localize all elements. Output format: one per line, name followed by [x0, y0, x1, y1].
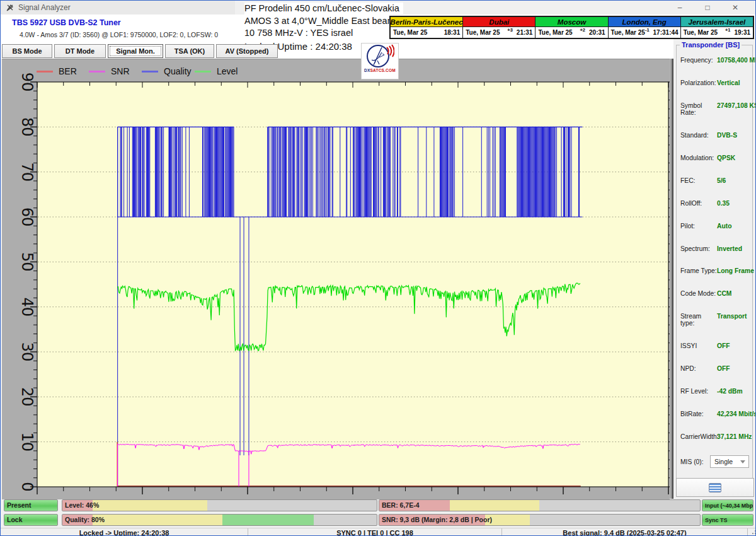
transponder-row: Modulation:QPSK — [680, 154, 750, 161]
transponder-row-label: BitRate: — [680, 411, 717, 417]
close-icon[interactable]: ✕ — [721, 1, 749, 15]
maximize-icon[interactable]: □ — [694, 1, 721, 15]
transponder-panel: Transponder [BS] Frequency:10758,400 MHz… — [673, 38, 756, 528]
svg-text:70: 70 — [18, 162, 36, 182]
transponder-row-label: Symbol Rate: — [680, 102, 717, 116]
tab-tsa-ok-[interactable]: TSA (OK) — [165, 44, 214, 58]
clock-time-row: Tue, Mar 25-117:31:44 — [609, 27, 680, 38]
svg-text:30: 30 — [18, 342, 36, 362]
svg-text:0: 0 — [18, 482, 36, 491]
clock-utc-offset: +2 — [580, 27, 585, 33]
clock-utc-offset: -1 — [645, 27, 650, 33]
transponder-row-label: Modulation: — [680, 154, 717, 161]
transponder-row-label: Frame Type: — [680, 267, 717, 274]
clock-date: Tue, Mar 25 — [466, 29, 500, 36]
gauge-zone — [93, 500, 207, 511]
transponder-row-label: Frequency: — [680, 57, 717, 64]
clock-london-eng: London, EngTue, Mar 25-117:31:44 — [609, 17, 681, 38]
transponder-row-label: RollOff: — [680, 200, 717, 207]
transponder-row-value: 10758,400 MHz — [717, 57, 756, 64]
app-satellite-icon — [6, 3, 14, 12]
tab-dt-mode[interactable]: DT Mode — [54, 44, 106, 58]
level-gauge: Level: 46% — [62, 499, 377, 511]
minimize-icon[interactable]: – — [666, 1, 694, 15]
transponder-row: Symbol Rate:27497,108 KS/s — [680, 102, 750, 116]
transponder-row-value: 37,121 MHz — [717, 433, 752, 440]
transponder-row-value: 42,234 Mbit/s — [717, 411, 756, 417]
legend-line-swatch — [142, 71, 158, 73]
transponder-row-value: Long Frame — [717, 267, 754, 274]
mode-tabs: BS ModeDT ModeSignal Mon.TSA (OK)AV (Sto… — [2, 44, 278, 59]
statusbar-best-signal: Best signal: 9,4 dB (2025-03-25 02:47) — [502, 528, 748, 536]
clock-time-row: Tue, Mar 2518:31 — [391, 27, 462, 38]
transponder-row-value: 5/6 — [717, 177, 726, 184]
clock-time: 17:31:44 — [653, 29, 679, 36]
transponder-row-label: CarrierWidth: — [680, 433, 717, 440]
legend-label: Quality — [164, 66, 192, 76]
transponder-row: BitRate:42,234 Mbit/s — [680, 411, 750, 417]
clock-city-label: Dubai — [463, 17, 535, 27]
clock-date: Tue, Mar 25 — [393, 29, 427, 36]
clock-city-label: Moscow — [536, 17, 607, 27]
statusbar-sync-counters: SYNC 0 | TEI 0 | CC 198 — [248, 528, 502, 536]
mis-label: MIS (0): — [680, 458, 704, 465]
legend-label: BER — [59, 66, 77, 76]
statusbar-lock-uptime: Locked -> Uptime: 24:20:38 — [1, 528, 248, 536]
mis-value: Single — [714, 458, 733, 465]
transponder-row-value: DVB-S — [717, 132, 737, 139]
legend-line-swatch — [37, 71, 53, 73]
input-rate-indicator: Input (~40,34 Mbps) — [702, 499, 753, 511]
clock-moscow: MoscowTue, Mar 25+220:31 — [536, 17, 608, 38]
transponder-groupbox: Transponder [BS] Frequency:10758,400 MHz… — [676, 45, 753, 486]
transponder-row-label: NPD: — [680, 365, 717, 372]
logo-text: DXSATCS.COM — [364, 68, 396, 73]
signal-analyzer-window: Signal Analyzer – □ ✕ TBS 5927 USB DVB-S… — [0, 0, 756, 536]
clock-utc-offset: +1 — [725, 27, 731, 33]
resize-grip[interactable] — [749, 530, 756, 536]
transponder-row-label: Stream type: — [680, 313, 717, 327]
legend-item-level: Level — [195, 66, 238, 76]
signal-chart: 0102030405060708090 — [2, 59, 670, 499]
transponder-row-label: RF Level: — [680, 388, 717, 395]
clock-time: 20:31 — [589, 29, 605, 36]
signal-chart-panel: 0102030405060708090 BERSNRQualityLevel — [2, 59, 670, 499]
ber-gauge: BER: 6,7E-4 — [379, 499, 701, 511]
gauge-zone — [222, 515, 314, 525]
chevron-down-icon — [740, 460, 745, 463]
transponder-rows: Frequency:10758,400 MHzPolarization:Vert… — [680, 57, 750, 440]
tuner-name: TBS 5927 USB DVB-S2 Tuner — [12, 18, 121, 27]
meter-label: Input (~40,34 Mbps) — [705, 503, 753, 509]
clock-time: 19:31 — [734, 29, 750, 36]
clock-time: 18:31 — [444, 29, 461, 36]
svg-text:50: 50 — [18, 252, 36, 272]
meter-label: Sync TS — [705, 517, 728, 523]
mis-dropdown[interactable]: Single — [710, 455, 749, 468]
panel-action-button[interactable] — [676, 478, 754, 497]
transponder-row: Pilot:Auto — [680, 223, 750, 230]
legend-item-snr: SNR — [89, 66, 130, 76]
transponder-row: Frequency:10758,400 MHz — [680, 57, 750, 64]
transponder-row-value: 0.35 — [717, 200, 730, 207]
legend-label: Level — [217, 66, 238, 76]
quality-gauge: Quality: 80% — [62, 514, 377, 526]
snr-gauge: SNR: 9,3 dB (Margin: 2,8 dB | Poor) — [379, 514, 701, 526]
transponder-row-value: Transport — [717, 313, 747, 320]
transponder-row-label: ISSYI — [680, 342, 717, 349]
svg-text:80: 80 — [18, 117, 36, 137]
mis-row: MIS (0): Single — [680, 455, 749, 468]
legend-label: SNR — [111, 66, 130, 76]
clock-date: Tue, Mar 25 — [538, 29, 572, 36]
transponder-row-label: Pilot: — [680, 223, 717, 230]
gauge-zone — [450, 500, 540, 511]
meter-label: BER: 6,7E-4 — [382, 501, 420, 509]
transponder-row-value: Vertical — [717, 79, 740, 86]
transponder-row: ISSYIOFF — [680, 342, 750, 349]
legend-item-quality: Quality — [142, 66, 192, 76]
transponder-row-value: Auto — [717, 223, 731, 230]
clock-utc-offset: +3 — [507, 27, 513, 33]
clock-dubai: DubaiTue, Mar 25+321:31 — [463, 17, 536, 38]
tab-bs-mode[interactable]: BS Mode — [2, 44, 52, 58]
tab-av-stopped-[interactable]: AV (Stopped) — [216, 44, 278, 58]
tab-signal-mon-[interactable]: Signal Mon. — [108, 44, 163, 58]
transponder-row-value: QPSK — [717, 154, 735, 161]
